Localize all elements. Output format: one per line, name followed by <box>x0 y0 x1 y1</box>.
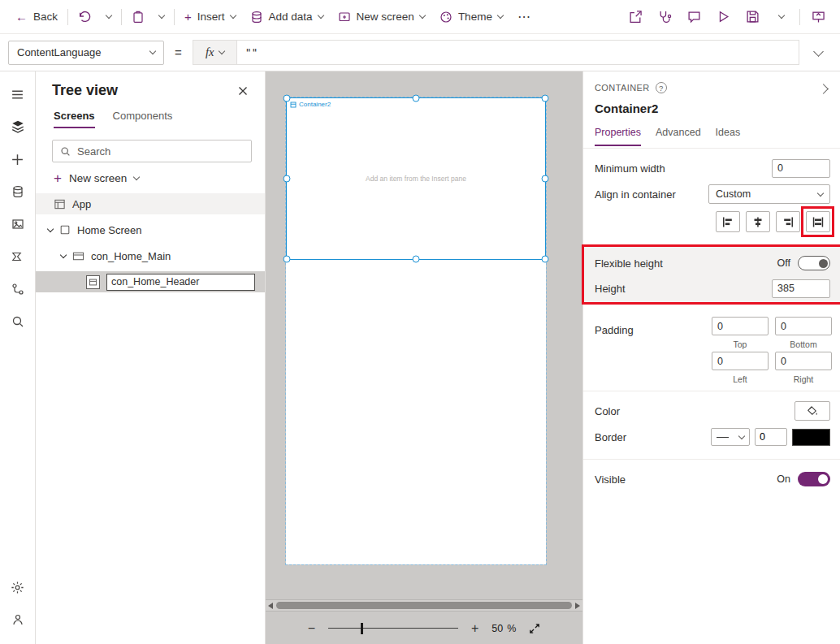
scroll-left-arrow[interactable] <box>268 603 273 609</box>
visible-toggle[interactable] <box>798 472 830 486</box>
back-button[interactable]: ← Back <box>8 4 65 30</box>
padding-bottom-input[interactable] <box>775 317 832 335</box>
theme-menu-button[interactable]: Theme <box>432 4 510 30</box>
zoom-in-button[interactable]: + <box>471 622 478 635</box>
new-screen-menu-button[interactable]: New screen <box>331 4 432 30</box>
padding-top-input[interactable] <box>712 317 769 335</box>
tree-view-rail-button[interactable] <box>0 110 36 143</box>
more-commands-button[interactable]: ⋯ <box>510 4 539 30</box>
selection-handle[interactable] <box>542 175 549 183</box>
empty-container-hint: Add an item from the Insert pane <box>287 175 545 183</box>
rename-input[interactable] <box>106 274 255 291</box>
settings-rail-button[interactable] <box>0 571 36 603</box>
publish-button[interactable] <box>804 4 832 30</box>
formula-bar-expand-button[interactable] <box>804 40 832 66</box>
border-style-dropdown[interactable] <box>711 428 750 446</box>
fill-color-button[interactable] <box>795 401 830 421</box>
tree-item-con-home-header[interactable] <box>36 271 265 292</box>
search-rail-button[interactable] <box>0 305 36 338</box>
padding-right-input[interactable] <box>775 352 832 370</box>
selection-handle[interactable] <box>413 95 420 102</box>
zoom-out-button[interactable]: − <box>308 622 315 635</box>
control-type-label: CONTAINER <box>595 83 650 93</box>
tab-advanced[interactable]: Advanced <box>656 127 701 146</box>
new-screen-button[interactable]: + New screen <box>54 171 265 185</box>
tree-item-app[interactable]: App <box>36 193 265 214</box>
align-end-button[interactable] <box>776 211 800 232</box>
power-automate-rail-button[interactable] <box>0 240 36 273</box>
align-in-container-dropdown[interactable]: Custom <box>708 184 830 204</box>
theme-icon <box>439 11 452 24</box>
search-input[interactable] <box>77 145 244 158</box>
data-rail-button[interactable] <box>0 175 36 208</box>
collapse-panel-button[interactable] <box>820 83 827 95</box>
selection-handle[interactable] <box>284 256 291 263</box>
chevron-down-icon <box>218 48 224 54</box>
border-color-swatch[interactable] <box>792 429 830 446</box>
close-panel-button[interactable] <box>236 84 250 98</box>
tree-item-con-home-main[interactable]: con_Home_Main <box>36 245 265 266</box>
align-center-button[interactable] <box>746 211 770 232</box>
undo-button[interactable] <box>71 4 99 30</box>
menu-button[interactable] <box>0 78 36 110</box>
save-button[interactable] <box>738 4 766 30</box>
chevron-down-icon <box>817 189 824 196</box>
scroll-right-arrow[interactable] <box>575 603 580 609</box>
tab-screens[interactable]: Screens <box>54 110 95 128</box>
triangle-right-icon <box>575 603 580 609</box>
zoom-value: 50 <box>491 623 503 634</box>
selection-handle[interactable] <box>542 95 549 102</box>
selected-container-label: Container2 <box>290 101 331 108</box>
add-data-menu-button[interactable]: Add data <box>243 4 331 30</box>
share-button[interactable] <box>621 4 649 30</box>
height-input[interactable] <box>772 279 830 298</box>
align-start-icon <box>722 217 734 227</box>
variables-rail-button[interactable] <box>0 273 36 305</box>
padding-left-input[interactable] <box>712 352 769 370</box>
comments-button[interactable] <box>680 4 708 30</box>
media-rail-button[interactable] <box>0 208 36 240</box>
toolbar-separator <box>799 9 800 25</box>
undo-menu-chevron[interactable] <box>99 4 119 30</box>
tab-properties[interactable]: Properties <box>595 127 641 146</box>
preview-app-button[interactable] <box>709 4 737 30</box>
tree-item-home-screen[interactable]: Home Screen <box>36 219 265 240</box>
paste-button[interactable] <box>124 4 152 30</box>
align-start-button[interactable] <box>716 211 740 232</box>
zoom-slider-thumb[interactable] <box>361 623 363 634</box>
zoom-slider[interactable] <box>328 623 458 634</box>
help-icon[interactable]: ? <box>656 82 667 93</box>
flexible-height-toggle[interactable] <box>798 256 830 270</box>
fit-to-window-button[interactable] <box>529 623 540 634</box>
selection-handle[interactable] <box>413 256 420 263</box>
screen-artboard[interactable]: Container2 Add an item from the Insert p… <box>286 97 546 564</box>
undo-icon <box>78 10 92 24</box>
insert-rail-button[interactable] <box>0 143 36 175</box>
selection-handle[interactable] <box>542 256 549 263</box>
account-rail-button[interactable] <box>0 603 36 636</box>
horizontal-scrollbar[interactable] <box>266 599 582 612</box>
selection-handle[interactable] <box>284 175 291 183</box>
save-menu-chevron[interactable] <box>768 4 795 30</box>
tab-ideas[interactable]: Ideas <box>716 127 741 146</box>
tab-components[interactable]: Components <box>113 110 173 128</box>
paste-menu-chevron[interactable] <box>152 4 171 30</box>
align-in-container-row: Align in container Custom <box>595 184 830 205</box>
app-checker-button[interactable] <box>651 4 678 30</box>
zoom-bar: − + 50 % <box>266 612 582 644</box>
selected-container[interactable]: Container2 Add an item from the Insert p… <box>286 97 546 260</box>
formula-input[interactable] <box>237 41 799 64</box>
insert-menu-button[interactable]: + Insert <box>177 4 243 30</box>
fx-dropdown[interactable]: fx <box>193 41 237 64</box>
align-stretch-button[interactable] <box>806 211 830 232</box>
scrollbar-thumb[interactable] <box>276 602 572 609</box>
selection-handle[interactable] <box>284 95 291 102</box>
minimum-width-input[interactable] <box>772 159 830 178</box>
data-icon <box>11 185 24 198</box>
property-selector-dropdown[interactable]: ContentLanguage <box>8 41 164 65</box>
padding-left-field: Left <box>712 352 769 384</box>
border-width-input[interactable] <box>755 428 787 446</box>
top-toolbar: ← Back + Insert Add data New screen Them… <box>0 0 840 34</box>
selected-container-name: Container2 <box>299 101 331 108</box>
expand-chevron-icon <box>60 251 67 257</box>
